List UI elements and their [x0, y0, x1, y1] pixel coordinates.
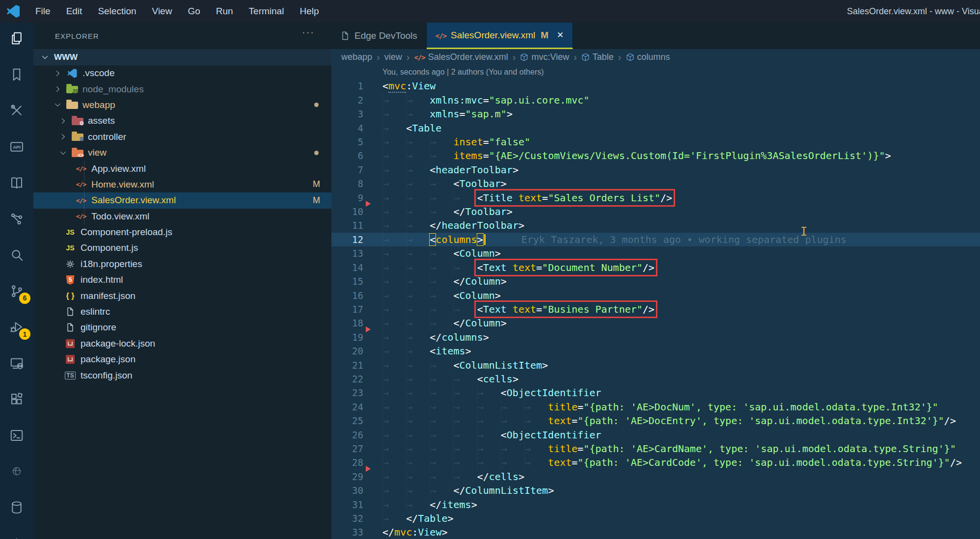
- references-icon[interactable]: [0, 204, 33, 234]
- tree-item-package-json[interactable]: package.json: [33, 351, 331, 367]
- tree-item-salesorder-view-xml[interactable]: </>SalesOrder.view.xmlM: [33, 192, 331, 208]
- tree-item-assets[interactable]: ⚙assets: [33, 113, 331, 129]
- line-number[interactable]: 8: [331, 177, 363, 190]
- line-number[interactable]: 7: [331, 163, 363, 177]
- line-content[interactable]: →→→→<Title text="Sales Orders List"/>: [363, 191, 672, 205]
- line-number[interactable]: 10: [331, 205, 363, 218]
- menu-view[interactable]: View: [144, 0, 180, 23]
- line-number[interactable]: 30: [331, 484, 363, 497]
- line-number[interactable]: 4: [331, 121, 363, 135]
- breadcrumb-columns[interactable]: columns: [626, 52, 670, 62]
- line-content[interactable]: →→</columns>: [363, 330, 489, 344]
- line-content[interactable]: </mvc:View>: [363, 525, 447, 539]
- line-number[interactable]: 25: [331, 414, 363, 428]
- line-number[interactable]: 33: [331, 525, 363, 539]
- line-content[interactable]: →→→<Column>: [363, 289, 501, 302]
- line-content[interactable]: →→→→→<ObjectIdentifier: [363, 428, 601, 442]
- breadcrumb-view[interactable]: view: [384, 52, 402, 62]
- line-content[interactable]: →→<items>: [363, 344, 471, 358]
- line-content[interactable]: →→→→<Text text="Document Number"/>: [363, 261, 654, 274]
- tab-salesorder-view-xml[interactable]: </>SalesOrder.view.xmlM✕: [427, 23, 573, 49]
- search-icon[interactable]: [0, 240, 33, 270]
- chevron-right-icon[interactable]: [55, 133, 70, 141]
- line-number[interactable]: 12: [331, 233, 363, 246]
- line-content[interactable]: →→<headerToolbar>: [363, 163, 518, 177]
- line-content[interactable]: →→→→</cells>: [363, 470, 524, 484]
- chevron-right-icon[interactable]: [50, 85, 65, 93]
- tab-edge-devtools[interactable]: Edge DevTools: [331, 23, 427, 49]
- extensions-icon[interactable]: [0, 384, 33, 414]
- remote-icon[interactable]: [0, 349, 33, 378]
- line-content[interactable]: →→→inset="false": [363, 135, 530, 149]
- line-content[interactable]: →→<columns>Eryk Taszarek, 3 months ago •…: [363, 233, 846, 246]
- more-actions-icon[interactable]: ···: [302, 27, 315, 38]
- tree-item-i18n-properties[interactable]: i18n.properties: [33, 256, 331, 272]
- tree-item-app-view-xml[interactable]: </>App.view.xml: [33, 161, 331, 176]
- menu-run[interactable]: Run: [208, 0, 241, 23]
- breadcrumb-mvc-view[interactable]: mvc:View: [520, 52, 569, 62]
- menu-edit[interactable]: Edit: [58, 0, 90, 23]
- line-number[interactable]: 16: [331, 289, 363, 302]
- tree-item-home-view-xml[interactable]: </>Home.view.xmlM: [33, 177, 331, 192]
- tree-item-controller[interactable]: ⚙controller: [33, 129, 331, 145]
- line-content[interactable]: →→→→<Text text="Busines Partner"/>: [363, 302, 654, 316]
- close-icon[interactable]: ✕: [557, 30, 564, 40]
- tree-item-package-lock-json[interactable]: package-lock.json: [33, 336, 331, 351]
- source-control-icon[interactable]: 6: [0, 276, 33, 306]
- line-content[interactable]: →→→→→<ObjectIdentifier: [363, 386, 601, 400]
- line-content[interactable]: →→→<Toolbar>: [363, 177, 507, 190]
- line-number[interactable]: 29: [331, 470, 363, 484]
- tree-item-gitignore[interactable]: gitignore: [33, 320, 331, 335]
- line-number[interactable]: 14: [331, 261, 363, 274]
- line-content[interactable]: →→→→<cells>: [363, 372, 518, 386]
- line-number[interactable]: 27: [331, 442, 363, 456]
- line-number[interactable]: 13: [331, 246, 363, 260]
- line-number[interactable]: 1: [331, 79, 363, 93]
- breadcrumb-webapp[interactable]: webapp: [341, 52, 372, 62]
- line-number[interactable]: 22: [331, 372, 363, 386]
- line-content[interactable]: →→→→→→→title="{path: 'AE>DocNum', type: …: [363, 400, 938, 414]
- line-number[interactable]: 26: [331, 428, 363, 442]
- tree-item-component-preload-js[interactable]: JSComponent-preload.js: [33, 224, 331, 240]
- line-number[interactable]: 15: [331, 274, 363, 288]
- line-content[interactable]: →→</headerToolbar>: [363, 218, 524, 232]
- line-number[interactable]: 19: [331, 330, 363, 344]
- tree-item--vscode[interactable]: .vscode: [33, 65, 331, 81]
- terminal-icon[interactable]: [0, 421, 33, 450]
- line-content[interactable]: →→→→→→→text="{path: 'AE>DocEntry', type:…: [363, 414, 956, 428]
- line-content[interactable]: →→→items="{AE>/CustomViews/Views.Custom(…: [363, 149, 891, 162]
- line-content[interactable]: <mvc:View: [363, 79, 436, 93]
- line-content[interactable]: →→→</ColumnListItem>: [363, 484, 554, 497]
- tree-item-index-html[interactable]: 5index.html: [33, 272, 331, 288]
- menu-help[interactable]: Help: [292, 0, 327, 23]
- globe-icon[interactable]: [0, 457, 33, 486]
- line-content[interactable]: →<Table: [363, 121, 441, 135]
- line-number[interactable]: 32: [331, 512, 363, 525]
- line-content[interactable]: →→→</Column>: [363, 316, 507, 330]
- breadcrumb-salesorder-view-xml[interactable]: </>SalesOrder.view.xml: [414, 52, 508, 62]
- line-number[interactable]: 18: [331, 316, 363, 330]
- line-content[interactable]: →→→→→→→title="{path: 'AE>CardName', type…: [363, 442, 956, 456]
- line-content[interactable]: →→→</Toolbar>: [363, 205, 513, 218]
- line-number[interactable]: 9: [331, 191, 363, 205]
- line-content[interactable]: →→→<ColumnListItem>: [363, 358, 548, 372]
- files-icon[interactable]: [0, 24, 33, 53]
- breadcrumb-table[interactable]: Table: [581, 52, 614, 62]
- menu-selection[interactable]: Selection: [90, 0, 144, 23]
- line-content[interactable]: →→xmlns="sap.m">: [363, 107, 513, 121]
- menu-file[interactable]: File: [27, 0, 58, 23]
- debug-icon[interactable]: 1: [0, 312, 33, 342]
- line-number[interactable]: 20: [331, 344, 363, 358]
- line-number[interactable]: 6: [331, 149, 363, 162]
- workspace-section-header[interactable]: WWW: [33, 49, 331, 65]
- line-number[interactable]: 24: [331, 400, 363, 414]
- tree-item-tsconfig-json[interactable]: TStsconfig.json: [33, 367, 331, 383]
- menu-terminal[interactable]: Terminal: [241, 0, 292, 23]
- tools-icon[interactable]: [0, 96, 33, 125]
- chevron-down-icon[interactable]: [50, 101, 65, 109]
- tree-item-eslintrc[interactable]: eslintrc: [33, 304, 331, 320]
- book-icon[interactable]: [0, 168, 33, 197]
- line-number[interactable]: 3: [331, 107, 363, 121]
- line-content[interactable]: →→xmlns:mvc="sap.ui.core.mvc": [363, 93, 589, 107]
- line-content[interactable]: →→</items>: [363, 498, 477, 512]
